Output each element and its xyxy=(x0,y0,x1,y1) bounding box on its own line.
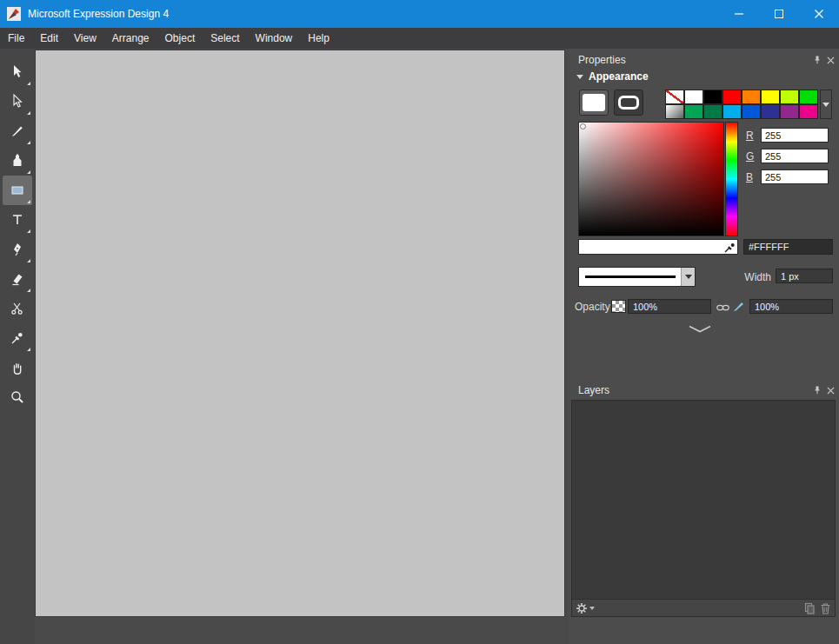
stroke-opacity-input[interactable] xyxy=(749,299,833,314)
new-layer-icon xyxy=(803,602,816,614)
link-icon[interactable] xyxy=(716,301,730,316)
swatch[interactable] xyxy=(742,90,761,104)
text-tool[interactable] xyxy=(3,205,32,235)
ink-bottle-icon xyxy=(10,153,25,169)
direct-selection-tool[interactable] xyxy=(3,87,32,116)
swatch-gradient[interactable] xyxy=(665,104,684,119)
menu-file[interactable]: File xyxy=(0,28,32,49)
appearance-section-header[interactable]: Appearance xyxy=(576,70,649,83)
collapse-triangle-icon xyxy=(576,75,583,79)
swatch[interactable] xyxy=(722,90,742,104)
stroke-width-input[interactable] xyxy=(776,269,833,283)
close-panel-icon[interactable] xyxy=(824,54,836,66)
menu-select[interactable]: Select xyxy=(203,28,247,49)
properties-panel-title: Properties xyxy=(578,54,626,66)
maximize-icon xyxy=(775,10,783,18)
flyout-indicator xyxy=(27,229,30,233)
stroke-selector-button[interactable] xyxy=(614,90,643,116)
transparency-checker-icon[interactable] xyxy=(611,300,626,313)
r-input[interactable] xyxy=(761,128,829,143)
close-button[interactable] xyxy=(799,0,839,28)
ink-bottle-tool[interactable] xyxy=(3,146,32,176)
pin-icon[interactable] xyxy=(811,384,823,396)
flyout-indicator xyxy=(27,348,30,351)
chevron-down-icon xyxy=(685,275,692,279)
swatch[interactable] xyxy=(703,104,722,119)
pan-tool[interactable] xyxy=(3,353,32,382)
selection-tool[interactable] xyxy=(3,57,32,87)
swatch[interactable] xyxy=(780,104,799,119)
minimize-icon xyxy=(735,10,743,18)
g-input[interactable] xyxy=(761,149,829,163)
flyout-indicator xyxy=(27,111,30,115)
flyout-indicator xyxy=(27,289,30,292)
swatch[interactable] xyxy=(722,104,742,119)
chevron-down-wide-icon xyxy=(689,325,711,333)
fill-opacity-input[interactable] xyxy=(628,299,711,314)
eyedropper-small-icon[interactable] xyxy=(723,241,736,256)
rectangle-tool[interactable] xyxy=(3,176,32,205)
flyout-indicator xyxy=(27,259,30,262)
window-title: Microsoft Expression Design 4 xyxy=(28,8,719,20)
pin-icon[interactable] xyxy=(811,54,823,66)
scissors-tool[interactable] xyxy=(3,294,32,323)
delete-layer-button[interactable] xyxy=(820,602,831,614)
b-input[interactable] xyxy=(761,169,829,184)
swatch[interactable] xyxy=(684,90,703,104)
swatch-none[interactable] xyxy=(665,90,684,104)
eyedropper-tool[interactable] xyxy=(3,323,32,353)
swatch[interactable] xyxy=(799,104,818,119)
layers-footer xyxy=(571,600,836,617)
layer-options-button[interactable] xyxy=(576,602,595,614)
color-field-cursor[interactable] xyxy=(580,123,586,129)
canvas[interactable] xyxy=(35,50,565,617)
swatch-palette xyxy=(665,90,818,119)
maximize-button[interactable] xyxy=(759,0,799,28)
hand-icon xyxy=(10,360,25,375)
menu-window[interactable]: Window xyxy=(248,28,301,49)
zoom-tool[interactable] xyxy=(3,382,32,412)
eraser-icon xyxy=(10,271,25,287)
rectangle-icon xyxy=(10,183,25,198)
layers-list[interactable] xyxy=(571,400,836,600)
flyout-indicator xyxy=(27,200,30,203)
swatch[interactable] xyxy=(799,90,818,104)
stroke-style-dropdown[interactable] xyxy=(578,267,696,287)
gear-icon xyxy=(576,602,588,614)
workspace: Properties Appearance xyxy=(0,49,839,644)
right-pane: Properties Appearance xyxy=(569,49,839,644)
color-field[interactable] xyxy=(578,122,724,236)
swatch[interactable] xyxy=(742,104,761,119)
dropdown-arrow-button[interactable] xyxy=(681,268,695,286)
eraser-tool[interactable] xyxy=(3,264,32,294)
hex-color-input[interactable] xyxy=(743,239,833,255)
stroke-color-chip xyxy=(618,96,639,110)
hue-slider[interactable] xyxy=(725,122,738,236)
flyout-indicator xyxy=(27,141,30,144)
menu-arrange[interactable]: Arrange xyxy=(104,28,157,49)
close-panel-icon[interactable] xyxy=(824,384,836,396)
pen-tool[interactable] xyxy=(3,235,32,264)
swatch-dropdown-button[interactable] xyxy=(820,90,832,119)
swatch[interactable] xyxy=(684,104,703,119)
fill-selector-button[interactable] xyxy=(579,90,609,116)
scissors-icon xyxy=(10,301,25,316)
swatch[interactable] xyxy=(703,90,722,104)
swatch[interactable] xyxy=(761,90,780,104)
chevron-down-icon xyxy=(589,607,595,610)
titlebar[interactable]: Microsoft Expression Design 4 xyxy=(0,0,839,28)
paintbrush-tool[interactable] xyxy=(3,116,32,146)
menu-edit[interactable]: Edit xyxy=(32,28,66,49)
new-layer-button[interactable] xyxy=(803,602,816,614)
menu-help[interactable]: Help xyxy=(300,28,337,49)
stroke-brush-icon[interactable] xyxy=(732,299,746,316)
menu-view[interactable]: View xyxy=(66,28,104,49)
flyout-indicator xyxy=(27,170,30,174)
g-label: G xyxy=(746,150,755,163)
swatch[interactable] xyxy=(780,90,799,104)
swatch[interactable] xyxy=(761,104,780,119)
minimize-button[interactable] xyxy=(719,0,759,28)
panel-expander-button[interactable] xyxy=(569,321,830,336)
flyout-indicator xyxy=(27,82,30,85)
menu-object[interactable]: Object xyxy=(157,28,203,49)
